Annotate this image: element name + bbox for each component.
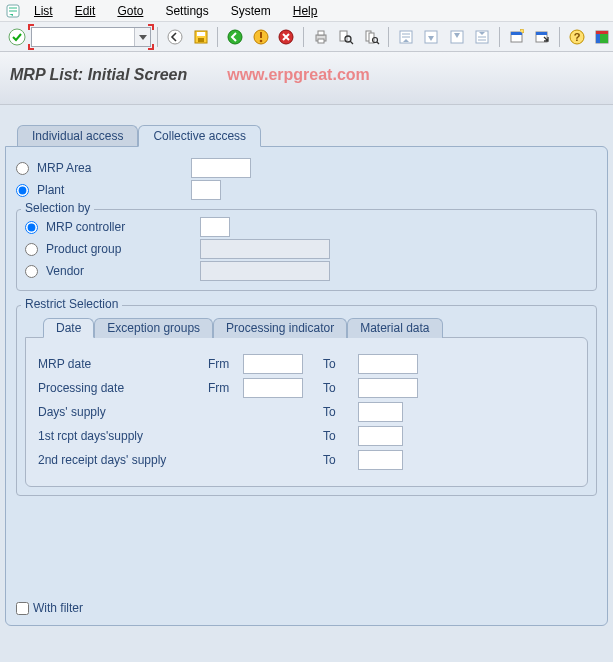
svg-rect-26 (536, 32, 547, 35)
command-dropdown-icon[interactable] (134, 28, 150, 46)
collective-access-panel: MRP Area Plant Selection by MRP controll… (5, 146, 608, 626)
mrp-controller-input[interactable] (200, 217, 230, 237)
toolbar-separator (217, 27, 218, 47)
second-rcpt-label: 2nd receipt days' supply (38, 453, 208, 467)
mrp-date-label: MRP date (38, 357, 208, 371)
to-label: To (323, 405, 358, 419)
to-label: To (323, 429, 358, 443)
radio-vendor[interactable] (25, 265, 38, 278)
toolbar-separator (157, 27, 158, 47)
bracket-icon (28, 44, 34, 50)
first-page-icon[interactable] (395, 26, 416, 48)
processing-date-from-input[interactable] (243, 378, 303, 398)
svg-rect-30 (596, 31, 608, 34)
mrp-controller-label: MRP controller (46, 220, 196, 234)
bracket-icon (28, 24, 34, 30)
with-filter-checkbox[interactable] (16, 602, 29, 615)
last-page-icon[interactable] (472, 26, 493, 48)
outer-tabstrip: Individual access Collective access (5, 125, 608, 147)
first-rcpt-label: 1st rcpt days'supply (38, 429, 208, 443)
svg-rect-32 (600, 34, 608, 43)
find-icon[interactable] (335, 26, 356, 48)
selection-by-group: Selection by MRP controller Product grou… (16, 209, 597, 291)
toolbar-separator (559, 27, 560, 47)
selection-by-title: Selection by (21, 201, 94, 215)
help-icon[interactable]: ? (566, 26, 587, 48)
cancel-icon[interactable] (275, 26, 296, 48)
back-icon[interactable] (164, 26, 185, 48)
svg-text:?: ? (573, 31, 580, 43)
watermark: www.erpgreat.com (227, 66, 370, 84)
mrp-area-label: MRP Area (37, 161, 187, 175)
svg-point-24 (520, 29, 523, 32)
restrict-tabstrip: Date Exception groups Processing indicat… (25, 318, 588, 338)
radio-product-group[interactable] (25, 243, 38, 256)
radio-mrp-area[interactable] (16, 162, 29, 175)
vendor-label: Vendor (46, 264, 196, 278)
first-rcpt-to-input[interactable] (358, 426, 403, 446)
exit-icon[interactable] (250, 26, 271, 48)
svg-rect-5 (198, 38, 204, 42)
page-title: MRP List: Initial Screen (10, 66, 187, 84)
command-field[interactable] (31, 27, 151, 47)
tab-exception-groups[interactable]: Exception groups (94, 318, 213, 338)
tab-individual-access[interactable]: Individual access (17, 125, 138, 147)
to-label: To (323, 381, 358, 395)
next-page-icon[interactable] (446, 26, 467, 48)
svg-rect-23 (511, 32, 522, 35)
with-filter-row: With filter (16, 601, 83, 615)
plant-input[interactable] (191, 180, 221, 200)
menu-settings[interactable]: Settings (155, 2, 218, 20)
toolbar-separator (388, 27, 389, 47)
frm-label: Frm (208, 357, 243, 371)
svg-rect-11 (318, 31, 324, 35)
tab-material-data[interactable]: Material data (347, 318, 442, 338)
date-panel: MRP date Frm To Processing date Frm To (25, 337, 588, 487)
toolbar: ? (0, 22, 613, 52)
mrp-area-input[interactable] (191, 158, 251, 178)
print-icon[interactable] (310, 26, 331, 48)
radio-mrp-controller[interactable] (25, 221, 38, 234)
days-supply-label: Days' supply (38, 405, 208, 419)
menu-list[interactable]: List (24, 2, 63, 20)
svg-rect-12 (318, 39, 324, 43)
prev-page-icon[interactable] (421, 26, 442, 48)
menu-dropdown-icon[interactable] (4, 2, 22, 20)
radio-plant[interactable] (16, 184, 29, 197)
tab-collective-access[interactable]: Collective access (138, 125, 261, 147)
svg-point-8 (259, 39, 262, 42)
layout-menu-icon[interactable] (592, 26, 613, 48)
mrp-date-to-input[interactable] (358, 354, 418, 374)
tab-processing-indicator[interactable]: Processing indicator (213, 318, 347, 338)
command-field-wrap (31, 27, 151, 47)
svg-rect-31 (596, 34, 600, 43)
menu-system[interactable]: System (221, 2, 281, 20)
processing-date-to-input[interactable] (358, 378, 418, 398)
create-shortcut-icon[interactable] (532, 26, 553, 48)
menu-goto[interactable]: Goto (107, 2, 153, 20)
tab-date[interactable]: Date (43, 318, 94, 338)
save-icon[interactable] (190, 26, 211, 48)
body-area: Individual access Collective access MRP … (0, 105, 613, 662)
find-next-icon[interactable] (361, 26, 382, 48)
svg-point-6 (228, 30, 242, 44)
mrp-date-from-input[interactable] (243, 354, 303, 374)
vendor-input (200, 261, 330, 281)
processing-date-label: Processing date (38, 381, 208, 395)
back-green-icon[interactable] (224, 26, 245, 48)
toolbar-separator (499, 27, 500, 47)
to-label: To (323, 357, 358, 371)
enter-button[interactable] (6, 26, 27, 48)
menu-edit[interactable]: Edit (65, 2, 106, 20)
new-session-icon[interactable] (506, 26, 527, 48)
svg-point-1 (9, 29, 25, 45)
with-filter-label: With filter (33, 601, 83, 615)
days-supply-to-input[interactable] (358, 402, 403, 422)
product-group-input (200, 239, 330, 259)
plant-label: Plant (37, 183, 187, 197)
second-rcpt-to-input[interactable] (358, 450, 403, 470)
to-label: To (323, 453, 358, 467)
menu-help[interactable]: Help (283, 2, 328, 20)
product-group-label: Product group (46, 242, 196, 256)
restrict-selection-title: Restrict Selection (21, 297, 122, 311)
